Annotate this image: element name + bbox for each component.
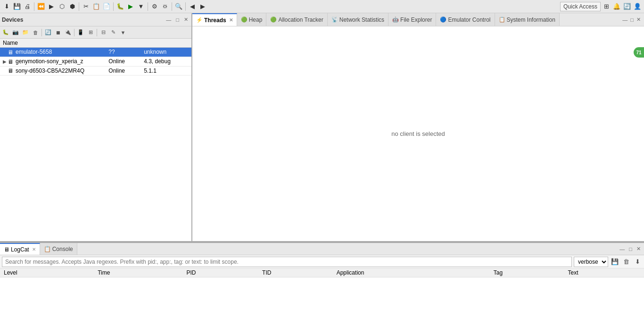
toolbar-icon-6[interactable]: ⬡ bbox=[57, 2, 66, 11]
device-status-cell: ?? bbox=[106, 48, 141, 57]
bottom-panel-close[interactable]: ✕ bbox=[635, 246, 642, 252]
dev-tool-sync[interactable]: 🔄 bbox=[43, 28, 53, 37]
toolbar-icon-settings[interactable]: ⛭ bbox=[160, 2, 170, 11]
dev-tool-delete[interactable]: 🗑 bbox=[31, 28, 40, 37]
toolbar-icon-4[interactable]: ⏪ bbox=[36, 2, 46, 11]
main-tabs-bar: ⚡Threads✕🟢Heap🟢Allocation Tracker📡Networ… bbox=[192, 13, 644, 26]
tab-emulator[interactable]: 🔵Emulator Control bbox=[436, 13, 495, 26]
devices-close-btn[interactable]: ✕ bbox=[182, 17, 190, 23]
devices-minimize-btn[interactable]: — bbox=[165, 17, 173, 23]
toolbar-icon-1[interactable]: ⬇ bbox=[2, 2, 11, 11]
notification-icon[interactable]: 🔔 bbox=[612, 2, 621, 11]
tab-threads[interactable]: ⚡Threads✕ bbox=[192, 13, 237, 26]
table-row[interactable]: 🖥sony-d6503-CB5A22MR4QOnline5.1.1 bbox=[0, 66, 191, 75]
dev-tool-debug[interactable]: 🐛 bbox=[1, 28, 10, 37]
devices-maximize-btn[interactable]: □ bbox=[174, 17, 181, 23]
tab-icon-network: 📡 bbox=[331, 17, 338, 23]
toolbar-icon-2[interactable]: 💾 bbox=[12, 2, 22, 11]
col-header-name: Name bbox=[0, 39, 106, 48]
bottom-panel-minimize[interactable]: — bbox=[618, 246, 626, 252]
logcat-content: LevelTimePIDTIDApplicationTagText bbox=[0, 268, 644, 318]
logcat-scroll-icon[interactable]: ⬇ bbox=[633, 257, 642, 267]
tab-icon-emulator: 🔵 bbox=[440, 17, 446, 23]
tab-network[interactable]: 📡Network Statistics bbox=[328, 13, 388, 26]
toolbar-icon-run[interactable]: ▶ bbox=[126, 2, 135, 11]
tab-icon-allocation: 🟢 bbox=[270, 17, 277, 23]
toolbar-icon-nav1[interactable]: ◀ bbox=[188, 2, 197, 11]
tab-allocation[interactable]: 🟢Allocation Tracker bbox=[266, 13, 327, 26]
logcat-save-icon[interactable]: 💾 bbox=[610, 257, 619, 267]
toolbar-icon-dropdown[interactable]: ▼ bbox=[136, 2, 146, 11]
main-panel-minimize[interactable]: — bbox=[621, 17, 629, 23]
tab-heap[interactable]: 🟢Heap bbox=[237, 13, 267, 26]
bottom-tab-console[interactable]: 📋Console bbox=[40, 243, 77, 255]
tab-icon-file_explorer: 🤖 bbox=[392, 17, 399, 23]
toolbar-icon-3[interactable]: 🖨 bbox=[23, 2, 32, 11]
toolbar-icon-9[interactable]: 📋 bbox=[91, 2, 101, 11]
table-row[interactable]: 🖥emulator-5658??unknown bbox=[0, 48, 191, 57]
toolbar-icon-debug[interactable]: 🐛 bbox=[116, 2, 125, 11]
toolbar-icon-task[interactable]: ⚙ bbox=[150, 2, 159, 11]
tab-system[interactable]: 📋System Information bbox=[495, 13, 560, 26]
tab-file_explorer[interactable]: 🤖File Explorer bbox=[388, 13, 436, 26]
top-split: Devices — □ ✕ 🐛 📷 📁 🗑 🔄 ⏹ 🔌 📱 ⊞ ⊟ ✎ bbox=[0, 13, 644, 243]
toolbar-right-icons: ⊞ 🔔 🔄 👤 bbox=[602, 2, 642, 11]
log-col-time: Time bbox=[94, 268, 182, 277]
logcat-clear-icon[interactable]: 🗑 bbox=[621, 257, 631, 267]
bottom-panel-maximize[interactable]: □ bbox=[627, 246, 634, 252]
main-panel-maximize[interactable]: □ bbox=[629, 17, 635, 23]
tab-close-threads[interactable]: ✕ bbox=[229, 17, 233, 23]
bottom-tabs-bar: 🖥LogCat✕📋Console — □ ✕ bbox=[0, 243, 644, 255]
bottom-tabs-container: 🖥LogCat✕📋Console bbox=[0, 243, 77, 255]
dev-tool-edit[interactable]: ✎ bbox=[108, 28, 118, 37]
table-row[interactable]: ▶ 🖥genymotion-sony_xperia_zOnline4.3, de… bbox=[0, 57, 191, 66]
bottom-panel: 🖥LogCat✕📋Console — □ ✕ verbosedebuginfow… bbox=[0, 243, 644, 318]
dev-tool-folder[interactable]: 📁 bbox=[21, 28, 30, 37]
device-icon: 🖥 bbox=[8, 49, 14, 56]
dev-tool-cols[interactable]: ⊟ bbox=[99, 28, 108, 37]
tab-icon-heap: 🟢 bbox=[241, 17, 248, 23]
dev-tool-screen[interactable]: 📱 bbox=[76, 28, 85, 37]
toolbar-icon-5[interactable]: ▶ bbox=[47, 2, 56, 11]
toolbar-icon-nav2[interactable]: ▶ bbox=[198, 2, 207, 11]
tab-label-allocation: Allocation Tracker bbox=[278, 17, 323, 23]
dev-tool-more[interactable]: ▼ bbox=[118, 28, 128, 37]
account-icon[interactable]: 👤 bbox=[633, 2, 642, 11]
devices-panel-header: Devices — □ ✕ bbox=[0, 13, 191, 26]
dev-tool-stop[interactable]: ⏹ bbox=[53, 28, 63, 37]
bottom-tab-close-logcat[interactable]: ✕ bbox=[32, 247, 36, 252]
quick-access-button[interactable]: Quick Access bbox=[560, 2, 601, 11]
toolbar-icon-10[interactable]: 📄 bbox=[102, 2, 111, 11]
toolbar-icon-7[interactable]: ⬢ bbox=[67, 2, 77, 11]
dev-sep-2 bbox=[74, 29, 74, 36]
device-status-cell: Online bbox=[106, 66, 141, 75]
tab-label-file_explorer: File Explorer bbox=[400, 17, 432, 23]
dev-tool-grid[interactable]: ⊞ bbox=[86, 28, 95, 37]
logcat-search-input[interactable] bbox=[2, 257, 572, 267]
main-content-area: no client is selected bbox=[192, 26, 644, 241]
bottom-tab-icon-console: 📋 bbox=[44, 246, 51, 252]
toolbar-sep-3 bbox=[113, 2, 114, 11]
bottom-tab-logcat[interactable]: 🖥LogCat✕ bbox=[0, 243, 40, 255]
expand-arrow-icon[interactable]: ▶ bbox=[3, 59, 8, 64]
toolbar-sep-4 bbox=[148, 2, 148, 11]
device-status-cell: Online bbox=[106, 57, 141, 66]
dev-tool-connect[interactable]: 🔌 bbox=[63, 28, 73, 37]
tab-label-heap: Heap bbox=[249, 17, 263, 23]
dev-tool-screenshot[interactable]: 📷 bbox=[11, 28, 20, 37]
device-icon: 🖥 bbox=[8, 67, 14, 74]
green-circle-indicator[interactable]: 71 bbox=[634, 47, 644, 58]
main-panel-close[interactable]: ✕ bbox=[635, 17, 642, 23]
devices-tbody: 🖥emulator-5658??unknown▶ 🖥genymotion-son… bbox=[0, 48, 191, 75]
devices-table-header: Name bbox=[0, 39, 191, 48]
no-client-message: no client is selected bbox=[391, 130, 445, 137]
toolbar-icon-8[interactable]: ✂ bbox=[81, 2, 91, 11]
sync-icon[interactable]: 🔄 bbox=[622, 2, 632, 11]
device-icon: 🖥 bbox=[8, 59, 14, 65]
verbose-select[interactable]: verbosedebuginfowarnerror bbox=[574, 257, 608, 267]
tab-label-threads: Threads bbox=[204, 17, 226, 24]
bottom-tab-icon-logcat: 🖥 bbox=[4, 246, 9, 253]
tab-label-system: System Information bbox=[507, 17, 555, 23]
perspective-icon[interactable]: ⊞ bbox=[602, 2, 611, 11]
toolbar-icon-search[interactable]: 🔍 bbox=[174, 2, 183, 11]
